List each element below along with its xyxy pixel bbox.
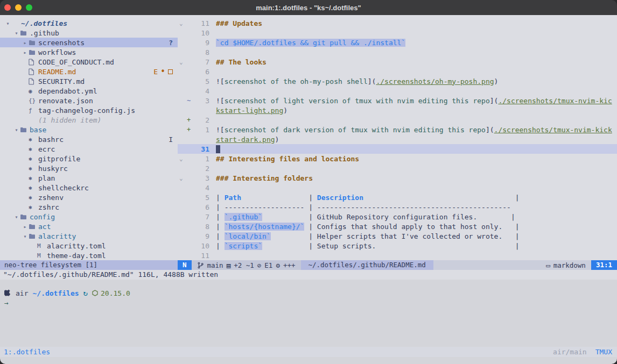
statusline-filename: ~/.dotfiles/.github/README.md: [301, 260, 433, 270]
tree-item-renovate-json[interactable]: {}renovate.json: [0, 96, 178, 105]
editor-line[interactable]: ⌄7## The looks: [178, 57, 617, 67]
editor-line[interactable]: 6| ------------------- | ---------------…: [178, 202, 617, 212]
markdown-file-icon: ▭: [546, 261, 550, 269]
statusline-spacer: [433, 260, 541, 270]
tree-item-act[interactable]: ▸act: [0, 222, 178, 231]
tree-item-gitprofile[interactable]: ✱gitprofile: [0, 154, 178, 163]
line-number: 5: [193, 194, 209, 202]
editor-line[interactable]: +1![screenshot of dark version of tmux w…: [178, 125, 617, 134]
line-number: 1: [193, 155, 209, 163]
zoom-button[interactable]: [26, 4, 32, 11]
tree-item-config[interactable]: ▾config: [0, 212, 178, 222]
tree-item-screenshots[interactable]: ▸screenshots?: [0, 38, 178, 47]
command-line: "~/.dotfiles/.github/README.md" 116L, 44…: [0, 270, 617, 280]
editor-line[interactable]: 8: [178, 47, 617, 57]
editor-line[interactable]: 11: [178, 251, 617, 260]
text-segment: ### Updates: [216, 19, 262, 27]
editor-line[interactable]: 4: [178, 86, 617, 96]
editor-line-current[interactable]: 31: [178, 144, 617, 154]
tree-item-theme-day-toml[interactable]: Mtheme-day.toml: [0, 251, 178, 260]
shell-icon: ✱: [29, 165, 38, 172]
editor-line[interactable]: 2: [178, 163, 617, 173]
text-segment: `local/bin`: [225, 232, 271, 240]
tree-item-zshenv[interactable]: ✱zshenv: [0, 192, 178, 202]
text-segment: ## Interesting files and locations: [216, 155, 359, 163]
text-segment: |: [241, 194, 317, 202]
text-segment: ### Interesting folders: [216, 174, 313, 182]
neo-tree-panel[interactable]: ▾~/.dotfiles▾.github▸screenshots?▸workfl…: [0, 18, 178, 260]
folder-icon: [20, 127, 30, 133]
text-segment: ](: [368, 77, 376, 85]
line-text: | `hosts/{hostname}/` | Configs that sho…: [216, 223, 617, 231]
editor-line[interactable]: 9| `local/bin` | Helper scripts that I'v…: [178, 231, 617, 241]
editor-line[interactable]: ⌄3### Interesting folders: [178, 173, 617, 183]
editor-line[interactable]: 6: [178, 67, 617, 76]
tree-item-ecrc[interactable]: ✱ecrc: [0, 144, 178, 154]
tree-item-label: huskyrc: [38, 165, 68, 173]
tmux-window-label[interactable]: 1:.dotfiles: [0, 348, 50, 356]
editor-line[interactable]: 10| `scripts` | Setup scripts. |: [178, 241, 617, 251]
text-segment: screenshot of the oh-my-posh shell: [225, 77, 368, 85]
tree-item-tag-changelog-config-js[interactable]: ƒtag-changelog-config.js: [0, 105, 178, 115]
minimize-button[interactable]: [15, 4, 22, 11]
text-segment: Path: [225, 194, 241, 202]
filetype-label: markdown: [553, 261, 586, 269]
tree-item-bashrc[interactable]: ✱bashrcI: [0, 134, 178, 144]
editor-line[interactable]: 8| `hosts/{hostname}/` | Configs that sh…: [178, 222, 617, 231]
tree-item-huskyrc[interactable]: ✱huskyrc: [0, 163, 178, 173]
editor-line[interactable]: ⌄11### Updates: [178, 18, 617, 28]
editor-line[interactable]: 7| `.github` | GitHub Repository configu…: [178, 212, 617, 222]
editor-line[interactable]: 4: [178, 183, 617, 192]
editor-panel[interactable]: ⌄11### Updates109`cd $HOME/.dotfiles && …: [178, 18, 617, 260]
line-number: 10: [193, 242, 209, 250]
tree-item-alacritty-toml[interactable]: Malacritty.toml: [0, 241, 178, 251]
traffic-lights: [0, 4, 32, 11]
tree-item-workflows[interactable]: ▸workflows: [0, 47, 178, 57]
line-number: 4: [193, 184, 209, 192]
tree-item-base[interactable]: ▾base: [0, 125, 178, 134]
tree-item-dependabot-yml[interactable]: ◉dependabot.yml: [0, 86, 178, 96]
text-segment: ./screenshots/tmux-nvim-kic: [498, 97, 612, 105]
tree-item-label: alacritty: [38, 232, 76, 240]
shell-pane[interactable]: air ~/.dotfiles ↻ 20.15.0 →: [0, 280, 617, 347]
editor-line[interactable]: ~3![screenshot of light version of tmux …: [178, 96, 617, 105]
editor-line[interactable]: 10: [178, 28, 617, 38]
tree-item-github[interactable]: ▾.github: [0, 28, 178, 38]
fold-chevron-icon: ⌄: [178, 20, 187, 27]
line-text: ## Interesting files and locations: [216, 155, 617, 163]
tree-item-label: theme-day.toml: [47, 252, 106, 260]
close-button[interactable]: [4, 4, 11, 11]
tree-item-1-hidden-item[interactable]: (1 hidden item): [0, 115, 178, 125]
line-number: 11: [193, 19, 209, 27]
tree-item-dotfiles[interactable]: ▾~/.dotfiles: [0, 18, 178, 28]
tree-item-readme-md[interactable]: README.mdE•: [0, 67, 178, 76]
git-branch-icon: [197, 262, 204, 269]
cursor-block: [216, 145, 220, 153]
line-number: 1: [193, 126, 209, 134]
tree-item-shellcheckrc[interactable]: ✱shellcheckrc: [0, 183, 178, 192]
tree-item-security-md[interactable]: SECURITY.md: [0, 76, 178, 86]
titlebar: main:1:.dotfiles - "ks~/.dotfiles": [0, 0, 617, 15]
chevron-down-icon: ▾: [13, 30, 20, 36]
text-segment: kstart-light.png: [216, 106, 283, 115]
prompt-arrow[interactable]: →: [4, 298, 617, 308]
tree-item-label: gitprofile: [38, 155, 80, 163]
editor-line[interactable]: start-dark.png): [178, 134, 617, 144]
tree-item-plan[interactable]: ✱plan: [0, 173, 178, 183]
editor-line[interactable]: 5![screenshot of the oh-my-posh shell](.…: [178, 76, 617, 86]
text-segment: `cd $HOME/.dotfiles && git pull && ./ins…: [216, 39, 405, 47]
editor-line[interactable]: 5| Path | Description |: [178, 192, 617, 202]
tree-item-code-of-conduct-md[interactable]: CODE_OF_CONDUCT.md: [0, 57, 178, 67]
line-number: 8: [193, 48, 209, 56]
editor-line[interactable]: +2: [178, 115, 617, 125]
editor-line[interactable]: ⌄1## Interesting files and locations: [178, 154, 617, 163]
editor-line[interactable]: 9`cd $HOME/.dotfiles && git pull && ./in…: [178, 38, 617, 47]
text-segment: | ------------------- | ----------------…: [216, 203, 511, 211]
line-text: | `scripts` | Setup scripts. |: [216, 242, 617, 250]
fold-chevron-icon: ⌄: [178, 175, 187, 182]
tree-item-alacritty[interactable]: ▾alacritty: [0, 231, 178, 241]
editor-line[interactable]: kstart-light.png): [178, 105, 617, 115]
json-icon: {}: [29, 97, 38, 104]
tree-item-zshrc[interactable]: ✱zshrc: [0, 202, 178, 212]
line-number: 5: [193, 77, 209, 85]
